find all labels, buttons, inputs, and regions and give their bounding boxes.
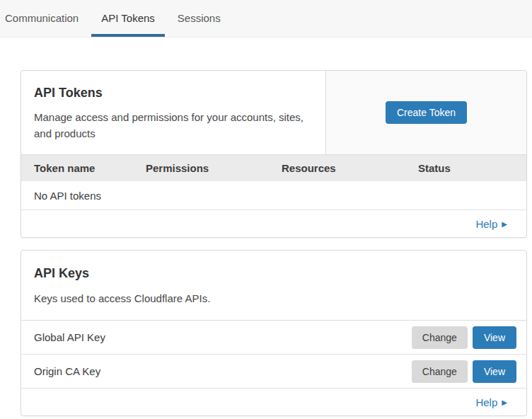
api-tokens-card-header: API Tokens Manage access and permissions… (21, 71, 526, 154)
column-resources: Resources (269, 162, 405, 174)
column-token-name: Token name (21, 162, 133, 174)
api-keys-description: Keys used to access Cloudflare APIs. (34, 290, 314, 306)
origin-ca-key-row: Origin CA Key Change View (21, 355, 526, 389)
api-tokens-description: Manage access and permissions for your a… (34, 109, 313, 142)
api-tokens-card: API Tokens Manage access and permissions… (21, 70, 527, 238)
api-keys-card: API Keys Keys used to access Cloudflare … (21, 250, 527, 416)
origin-ca-key-change-button[interactable]: Change (412, 360, 468, 383)
global-api-key-view-button[interactable]: View (473, 326, 516, 349)
token-table-header: Token name Permissions Resources Status (21, 154, 526, 181)
help-link-label: Help (475, 396, 497, 408)
global-api-key-row: Global API Key Change View (21, 321, 526, 355)
tab-api-tokens[interactable]: API Tokens (91, 0, 165, 37)
api-keys-help-link[interactable]: Help ▶ (475, 396, 507, 408)
api-tokens-help-link[interactable]: Help ▶ (475, 218, 507, 230)
empty-message: No API tokens (34, 190, 101, 202)
origin-ca-key-view-button[interactable]: View (473, 360, 516, 383)
column-status: Status (405, 162, 526, 174)
column-permissions: Permissions (133, 162, 269, 174)
tab-communication[interactable]: Communication (0, 0, 88, 37)
global-api-key-label: Global API Key (34, 331, 105, 343)
tab-sessions[interactable]: Sessions (168, 0, 231, 37)
tab-bar: Communication API Tokens Sessions (0, 0, 532, 38)
api-keys-title: API Keys (34, 266, 514, 281)
origin-ca-key-label: Origin CA Key (34, 365, 100, 377)
token-table-empty-row: No API tokens (21, 181, 526, 210)
api-keys-card-header: API Keys Keys used to access Cloudflare … (21, 251, 526, 321)
api-tokens-card-text: API Tokens Manage access and permissions… (21, 71, 325, 154)
arrow-right-icon: ▶ (502, 398, 507, 406)
arrow-right-icon: ▶ (502, 220, 507, 228)
global-api-key-change-button[interactable]: Change (412, 326, 468, 349)
create-token-button[interactable]: Create Token (386, 101, 467, 124)
api-tokens-card-actions: Create Token (325, 71, 526, 154)
api-tokens-card-footer: Help ▶ (21, 210, 526, 237)
origin-ca-key-actions: Change View (412, 360, 516, 383)
api-keys-card-footer: Help ▶ (21, 389, 526, 415)
global-api-key-actions: Change View (412, 326, 516, 349)
help-link-label: Help (475, 218, 497, 230)
main-content: API Tokens Manage access and permissions… (0, 38, 532, 416)
api-tokens-title: API Tokens (34, 86, 313, 101)
